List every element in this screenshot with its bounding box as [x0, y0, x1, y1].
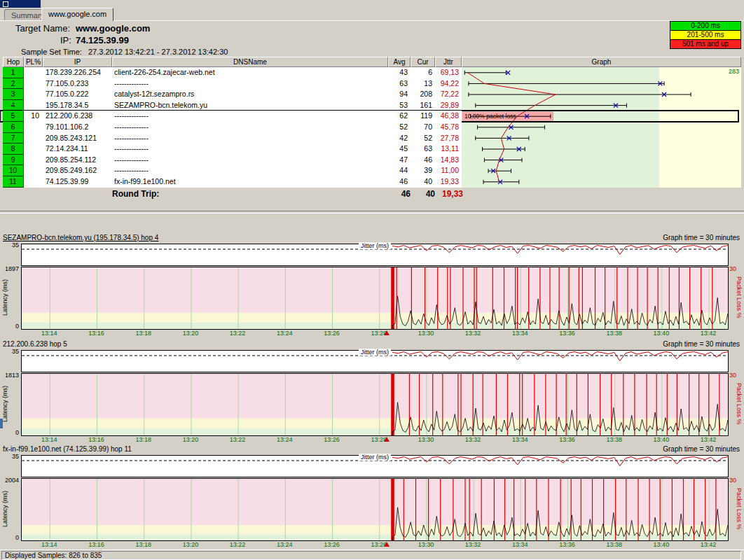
ip-cell: 209.85.254.112 — [43, 155, 112, 166]
jitter-plot[interactable]: Jitter (ms) — [21, 455, 729, 477]
legend-green: 0-200 ms — [670, 21, 741, 31]
ip-cell: 209.85.249.162 — [43, 165, 112, 176]
jitter-plot[interactable]: Jitter (ms) — [21, 350, 729, 372]
jttr-cell: 94,22 — [435, 78, 462, 90]
dns-cell: -------------- — [112, 133, 388, 144]
packet-loss-axis-title: Packet Loss % — [735, 373, 743, 435]
column-header-dnsname[interactable]: DNSName — [112, 57, 388, 67]
latency-plot[interactable] — [21, 478, 729, 541]
time-tick-label: 13:32 — [465, 541, 481, 548]
time-tick-label: 13:24 — [277, 436, 293, 443]
latency-plot[interactable] — [21, 373, 729, 436]
target-name-label: Target Name: — [15, 23, 70, 34]
ip-value: 74.125.39.99 — [76, 35, 129, 46]
time-tick-label: 13:36 — [559, 541, 575, 548]
tab-www-google-com[interactable]: www.google.com — [41, 8, 113, 21]
time-tick-label: 13:26 — [324, 541, 340, 548]
hop-row-1[interactable]: 1178.239.226.254client-226-254.zajecar-w… — [0, 67, 738, 78]
time-tick-label: 13:42 — [701, 330, 717, 337]
hop-row-9[interactable]: 9209.85.254.112--------------474614,83 — [0, 155, 738, 166]
focus-time-marker[interactable] — [384, 542, 390, 547]
hop-row-8[interactable]: 872.14.234.11--------------456313,11 — [0, 144, 738, 155]
time-tick-label: 13:36 — [559, 330, 575, 337]
tab-target-label: www.google.com — [48, 10, 106, 18]
time-tick-label: 13:16 — [88, 541, 104, 548]
dns-cell: -------------- — [112, 144, 388, 155]
avg-cell: 43 — [388, 67, 411, 78]
round-trip-avg: 46 — [384, 189, 411, 199]
latency-axis-title: Latency (ms) — [1, 267, 9, 328]
focus-time-marker[interactable] — [384, 330, 390, 335]
ip-cell: 178.239.226.254 — [43, 67, 112, 78]
hop-cell: 6 — [3, 122, 24, 133]
round-trip-row: Round Trip: 46 40 19,33 — [0, 188, 744, 201]
window-titlebar-fragment — [0, 0, 41, 8]
pl-cell — [24, 176, 43, 188]
pingplotter-window: Summary www.google.com Target Name: www.… — [0, 0, 744, 560]
latency-legend: 0-200 ms 201-500 ms 501 ms and up — [670, 21, 741, 49]
timeline-graph-hop4: SEZAMPRO-bcn.telekom.yu (195.178.34.5) h… — [0, 234, 744, 339]
focus-time-marker[interactable] — [384, 437, 390, 442]
column-header-hop[interactable]: Hop — [3, 57, 24, 67]
cur-cell: 63 — [411, 144, 435, 155]
hop-row-3[interactable]: 377.105.0.222catalyst-12t.sezampro.rs942… — [0, 89, 738, 100]
cur-cell: 40 — [411, 176, 435, 188]
timeline-title[interactable]: 212.200.6.238 hop 5 — [3, 340, 67, 348]
pl-cell — [24, 89, 43, 100]
column-header-jttr[interactable]: Jttr — [435, 57, 462, 67]
time-tick-label: 13:38 — [606, 541, 622, 548]
column-header-avg[interactable]: Avg — [388, 57, 411, 67]
time-tick-label: 13:40 — [654, 330, 670, 337]
timeline-title[interactable]: fx-in-f99.1e100.net (74.125.39.99) hop 1… — [3, 445, 132, 453]
hop-cell: 10 — [3, 165, 24, 176]
time-tick-label: 13:42 — [701, 436, 717, 443]
legend-red-label: 501 ms and up — [682, 40, 729, 48]
hop-cell: 9 — [3, 155, 24, 166]
jttr-cell: 29,89 — [435, 100, 462, 111]
column-header-cur[interactable]: Cur — [411, 57, 435, 67]
column-header-pl%[interactable]: PL% — [24, 57, 43, 67]
hop-row-7[interactable]: 7209.85.243.121--------------425227,78 — [0, 133, 738, 144]
cur-cell: 13 — [411, 78, 435, 90]
hop-row-10[interactable]: 10209.85.249.162--------------443911,00 — [0, 165, 738, 176]
pl-cell — [24, 133, 43, 144]
cur-cell: 70 — [411, 122, 435, 133]
splitter[interactable] — [0, 211, 744, 214]
column-header-graph[interactable]: Graph — [462, 57, 741, 67]
avg-cell: 42 — [388, 133, 411, 144]
jttr-cell: 14,83 — [435, 155, 462, 166]
cur-cell: 161 — [411, 100, 435, 111]
avg-cell: 62 — [388, 111, 411, 122]
pl-cell: 10 — [24, 111, 43, 122]
cur-cell: 6 — [411, 67, 435, 78]
column-header-ip[interactable]: IP — [43, 57, 112, 67]
time-tick-label: 13:34 — [512, 436, 528, 443]
latency-plot[interactable] — [21, 267, 729, 330]
round-trip-label: Round Trip: — [112, 189, 159, 199]
jitter-plot[interactable]: Jitter (ms) — [21, 244, 729, 266]
hop-row-6[interactable]: 679.101.106.2--------------527045,78 — [0, 122, 738, 133]
hop-row-11[interactable]: 1174.125.39.99fx-in-f99.1e100.net464019,… — [0, 176, 738, 188]
hop-row-2[interactable]: 277.105.0.233--------------631394,22 — [0, 78, 738, 90]
ip-cell: 195.178.34.5 — [43, 100, 112, 111]
hop-row-5[interactable]: 510212.200.6.238--------------6211946,38 — [0, 111, 738, 122]
packet-loss-axis-title: Packet Loss % — [735, 267, 743, 328]
hop-row-4[interactable]: 4195.178.34.5SEZAMPRO-bcn.telekom.yu5316… — [0, 100, 738, 111]
legend-yellow-label: 201-500 ms — [687, 31, 724, 38]
dns-cell: -------------- — [112, 78, 388, 90]
jitter-axis-title: Jitter (ms) — [359, 349, 391, 356]
jttr-cell: 11,00 — [435, 165, 462, 176]
time-tick-label: 13:40 — [654, 436, 670, 443]
dns-cell: -------------- — [112, 111, 388, 122]
time-tick-label: 13:34 — [512, 541, 528, 548]
time-tick-label: 13:14 — [41, 330, 57, 337]
timeline-title[interactable]: SEZAMPRO-bcn.telekom.yu (195.178.34.5) h… — [3, 234, 158, 241]
ip-cell: 77.105.0.233 — [43, 78, 112, 90]
time-tick-label: 13:30 — [418, 541, 434, 548]
time-tick-label: 13:24 — [277, 330, 293, 337]
jttr-cell: 46,38 — [435, 111, 462, 122]
pl-cell — [24, 122, 43, 133]
time-tick-label: 13:22 — [230, 436, 246, 443]
hop-cell: 5 — [3, 111, 24, 122]
jttr-cell: 69,13 — [435, 67, 462, 78]
